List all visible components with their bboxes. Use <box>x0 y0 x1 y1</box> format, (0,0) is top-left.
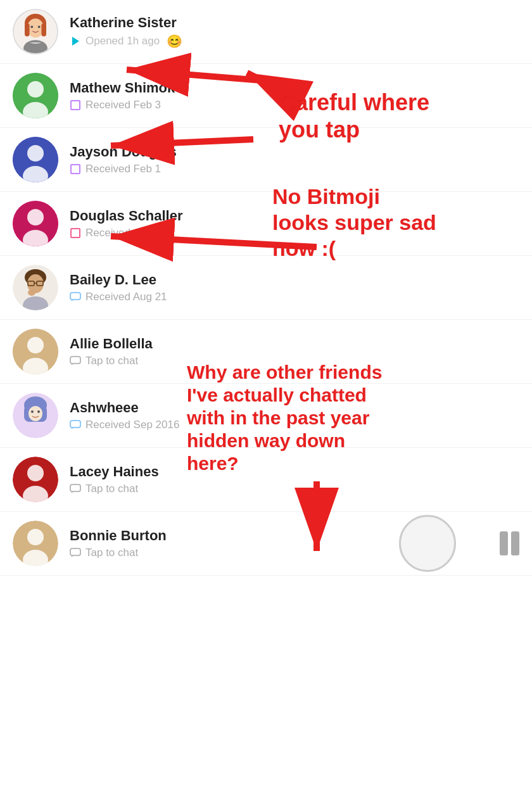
contact-item[interactable]: Bailey D. Lee Received Aug 21 <box>0 256 532 320</box>
svg-point-38 <box>31 410 34 413</box>
svg-rect-29 <box>70 357 80 364</box>
contact-status: Received Aug 21 <box>70 291 519 303</box>
status-text: Received Sep 2016 <box>86 419 179 431</box>
contact-name: Ashwheee <box>70 400 519 416</box>
contact-info: Allie Bollella Tap to chat <box>70 336 519 367</box>
contact-name: Mathew Shimoko <box>70 80 519 96</box>
svg-point-27 <box>27 337 44 353</box>
status-text: Received Aug 21 <box>86 291 167 303</box>
status-text: Tap to chat <box>86 483 138 495</box>
pause-icon <box>500 531 519 555</box>
contact-item[interactable]: Jayson Douglas Received Feb 1 <box>0 128 532 192</box>
contact-status: Tap to chat <box>70 483 519 495</box>
chat-icon <box>70 291 81 303</box>
contact-status: Received Feb 1 <box>70 163 519 175</box>
contact-status: Received Feb 3 <box>70 99 519 111</box>
svg-point-46 <box>27 529 44 545</box>
status-text: Received Feb 1 <box>86 163 161 175</box>
contact-name: Jayson Douglas <box>70 144 519 160</box>
contact-name: Allie Bollella <box>70 336 519 352</box>
contact-list: Katherine Sister Opened 1h ago 😊 Mathew … <box>0 0 532 576</box>
contact-name: Lacey Haines <box>70 464 519 480</box>
contact-item[interactable]: Bonnie Burton Tap to chat <box>0 512 532 576</box>
avatar <box>13 9 58 54</box>
contact-status: Received Sep 2016 <box>70 419 519 431</box>
avatar <box>13 393 58 438</box>
svg-point-5 <box>30 26 33 28</box>
svg-point-15 <box>27 209 44 225</box>
chat-icon <box>70 355 81 367</box>
hollow-square-icon <box>70 99 81 111</box>
hollow-square-icon <box>70 163 81 175</box>
contact-item[interactable]: Allie Bollella Tap to chat <box>0 320 532 384</box>
contact-info: Douglas Schaller Received Jan 27 <box>70 208 519 239</box>
contact-status: Opened 1h ago 😊 <box>70 34 519 49</box>
circle-overlay <box>399 515 456 572</box>
emoji-badge: 😊 <box>167 34 182 49</box>
contact-info: Ashwheee Received Sep 2016 <box>70 400 519 431</box>
svg-rect-4 <box>41 23 46 37</box>
svg-point-12 <box>27 145 44 162</box>
svg-point-42 <box>27 465 44 481</box>
avatar <box>13 265 58 310</box>
svg-point-6 <box>38 26 41 28</box>
contact-info: Lacey Haines Tap to chat <box>70 464 519 495</box>
chat-icon <box>70 483 81 495</box>
svg-rect-3 <box>25 23 30 37</box>
contact-info: Jayson Douglas Received Feb 1 <box>70 144 519 175</box>
chat-icon <box>70 419 81 431</box>
avatar <box>13 521 58 566</box>
chat-icon <box>70 547 81 559</box>
contact-item[interactable]: Mathew Shimoko Received Feb 3 <box>0 64 532 128</box>
contact-item[interactable]: Lacey Haines Tap to chat <box>0 448 532 512</box>
contact-info: Katherine Sister Opened 1h ago 😊 <box>70 15 519 49</box>
svg-point-24 <box>28 289 35 296</box>
avatar <box>13 73 58 118</box>
avatar <box>13 329 58 374</box>
contact-item[interactable]: Katherine Sister Opened 1h ago 😊 <box>0 0 532 64</box>
avatar <box>13 201 58 246</box>
status-text: Received Feb 3 <box>86 99 161 111</box>
hollow-square-pink-icon <box>70 227 81 239</box>
avatar <box>13 457 58 502</box>
contact-info: Mathew Shimoko Received Feb 3 <box>70 80 519 111</box>
svg-rect-44 <box>70 484 80 491</box>
svg-point-9 <box>27 81 44 98</box>
contact-item[interactable]: Douglas Schaller Received Jan 27 <box>0 192 532 256</box>
status-text: Tap to chat <box>86 355 138 367</box>
svg-point-2 <box>27 18 44 37</box>
svg-rect-48 <box>70 548 80 555</box>
contact-status: Tap to chat <box>70 355 519 367</box>
status-text: Received Jan 27 <box>86 227 166 239</box>
contact-name: Katherine Sister <box>70 15 519 31</box>
status-text: Tap to chat <box>86 547 138 559</box>
svg-rect-40 <box>70 421 80 428</box>
status-text: Opened 1h ago <box>86 35 160 48</box>
contact-name: Douglas Schaller <box>70 208 519 224</box>
avatar <box>13 137 58 182</box>
contact-info: Bailey D. Lee Received Aug 21 <box>70 272 519 303</box>
contact-item[interactable]: Ashwheee Received Sep 2016 <box>0 384 532 448</box>
contact-status: Received Jan 27 <box>70 227 519 239</box>
contact-name: Bailey D. Lee <box>70 272 519 288</box>
svg-point-39 <box>37 410 40 413</box>
arrow-icon <box>70 35 81 47</box>
svg-point-37 <box>28 406 42 421</box>
svg-rect-25 <box>70 293 80 300</box>
